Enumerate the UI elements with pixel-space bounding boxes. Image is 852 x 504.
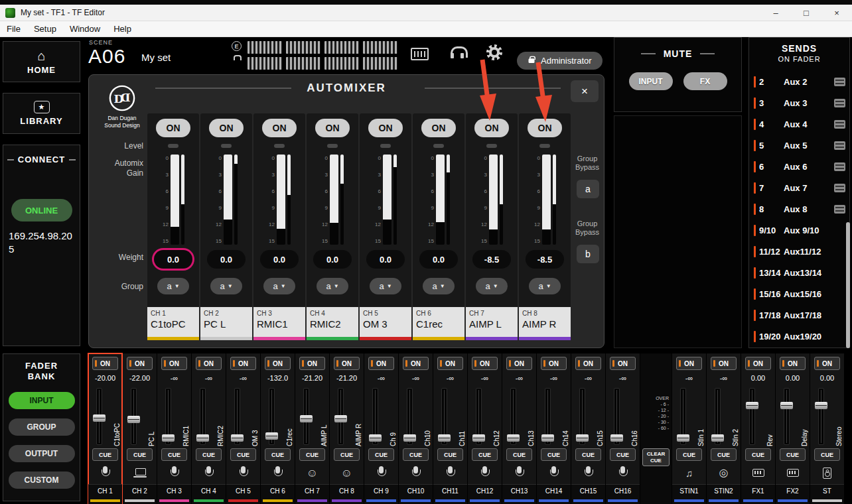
cue-button[interactable]: CUE xyxy=(506,448,532,461)
fader-handle[interactable] xyxy=(507,434,520,442)
channel-tag[interactable]: CH 1 C1toPC xyxy=(147,307,199,340)
fader-handle[interactable] xyxy=(438,434,451,442)
channel-on-button[interactable]: ON xyxy=(265,357,291,370)
fader-track[interactable] xyxy=(338,388,344,445)
channel-on-button[interactable]: ON xyxy=(403,357,429,370)
channel-on-button[interactable]: ON xyxy=(575,357,601,370)
channel-label[interactable]: STIN1 xyxy=(672,484,706,504)
channel-on-button[interactable]: ON xyxy=(780,357,806,370)
weight-value[interactable]: 0.0 xyxy=(419,250,458,269)
cue-button[interactable]: CUE xyxy=(403,448,429,461)
group-select[interactable]: a ▼ xyxy=(157,278,189,294)
connect-panel[interactable]: CONNECT ONLINE 169.254.98.205 xyxy=(3,145,80,346)
keyboard-icon[interactable] xyxy=(411,48,429,60)
weight-value[interactable]: -8.5 xyxy=(526,250,564,269)
fader-handle[interactable] xyxy=(265,432,278,440)
channel-label[interactable]: CH16 xyxy=(606,484,640,504)
cue-button[interactable]: CUE xyxy=(334,448,360,461)
fader-track[interactable] xyxy=(715,388,721,445)
fader-track[interactable] xyxy=(131,388,137,445)
channel-label[interactable]: CH 2 xyxy=(123,484,157,504)
cue-button[interactable]: CUE xyxy=(265,448,291,461)
cue-button[interactable]: CUE xyxy=(368,448,394,461)
cue-button[interactable]: CUE xyxy=(814,448,840,461)
cue-button[interactable]: CUE xyxy=(610,448,636,461)
fader-handle[interactable] xyxy=(334,415,347,422)
channel-label[interactable]: CH13 xyxy=(502,484,536,504)
send-row[interactable]: 6 Aux 6 xyxy=(749,156,849,177)
channel-on-button[interactable]: ON xyxy=(368,357,394,370)
cue-button[interactable]: CUE xyxy=(92,448,118,461)
cue-button[interactable]: CUE xyxy=(161,448,187,461)
cue-button[interactable]: CUE xyxy=(472,448,498,461)
fader-handle[interactable] xyxy=(93,414,106,422)
channel-tag[interactable]: CH 7 AIMP L xyxy=(466,307,518,340)
channel-on-button[interactable]: ON xyxy=(230,357,256,370)
channel-on-button[interactable]: ON xyxy=(437,357,463,370)
fader-track[interactable] xyxy=(476,388,482,445)
channel-on-button[interactable]: ON xyxy=(334,357,360,370)
channel-label[interactable]: CH12 xyxy=(468,484,502,504)
channel-on-button[interactable]: ON xyxy=(127,357,153,370)
weight-value[interactable]: 0.0 xyxy=(154,250,192,269)
channel-label[interactable]: CH11 xyxy=(433,484,467,504)
fader-bank-button[interactable]: OUTPUT xyxy=(9,445,75,462)
channel-label[interactable]: FX2 xyxy=(776,484,810,504)
scene-name[interactable]: My set xyxy=(141,52,171,63)
channel-label[interactable]: CH15 xyxy=(571,484,605,504)
channel-label[interactable]: ST xyxy=(810,484,844,504)
group-bypass-b-button[interactable]: b xyxy=(577,245,599,263)
weight-value[interactable]: -8.5 xyxy=(472,250,511,269)
cue-button[interactable]: CUE xyxy=(299,448,325,461)
channel-label[interactable]: CH 5 xyxy=(226,484,260,504)
clear-cue-button[interactable]: CLEAR CUE xyxy=(642,448,670,466)
group-select[interactable]: a ▼ xyxy=(370,278,401,294)
weight-value[interactable]: 0.0 xyxy=(366,250,405,269)
cue-button[interactable]: CUE xyxy=(230,448,256,461)
send-row[interactable]: 2 Aux 2 xyxy=(749,71,849,92)
automix-on-button[interactable]: ON xyxy=(156,119,190,137)
close-dialog-button[interactable]: × xyxy=(571,80,599,102)
channel-on-button[interactable]: ON xyxy=(745,357,771,370)
channel-label[interactable]: CH 1 xyxy=(88,484,122,504)
channel-on-button[interactable]: ON xyxy=(676,357,702,370)
menu-item[interactable]: Window xyxy=(63,24,107,34)
send-row[interactable]: 19/20 Aux19/20 xyxy=(749,326,849,347)
fader-handle[interactable] xyxy=(746,402,758,409)
send-row[interactable]: 11/12 Aux11/12 xyxy=(749,241,849,262)
channel-on-button[interactable]: ON xyxy=(196,357,222,370)
channel-label[interactable]: CH 9 xyxy=(364,484,398,504)
fader-track[interactable] xyxy=(165,388,171,445)
send-row[interactable]: 9/10 Aux 9/10 xyxy=(749,220,849,241)
send-row[interactable]: 4 Aux 4 xyxy=(749,113,849,135)
cue-button[interactable]: CUE xyxy=(541,448,567,461)
fader-handle[interactable] xyxy=(196,434,209,442)
group-select[interactable]: a ▼ xyxy=(476,278,508,294)
fader-track[interactable] xyxy=(269,388,275,445)
channel-on-button[interactable]: ON xyxy=(711,357,737,370)
channel-on-button[interactable]: ON xyxy=(161,357,187,370)
fader-bank-button[interactable]: GROUP xyxy=(9,418,75,436)
mute-fx-button[interactable]: FX xyxy=(683,72,727,90)
fader-handle[interactable] xyxy=(815,402,827,409)
fader-handle[interactable] xyxy=(711,434,724,442)
cue-button[interactable]: CUE xyxy=(575,448,601,461)
fader-handle[interactable] xyxy=(541,434,554,442)
sidebar-item-library[interactable]: ★ LIBRARY xyxy=(3,93,80,134)
send-row[interactable]: 15/16 Aux15/16 xyxy=(749,283,849,304)
close-window-button[interactable]: × xyxy=(821,5,852,21)
channel-label[interactable]: CH 8 xyxy=(330,484,364,504)
channel-tag[interactable]: CH 2 PC L xyxy=(200,307,252,340)
fader-track[interactable] xyxy=(680,388,686,445)
menu-item[interactable]: Help xyxy=(107,24,138,34)
channel-on-button[interactable]: ON xyxy=(814,357,840,370)
cue-button[interactable]: CUE xyxy=(437,448,463,461)
cue-button[interactable]: CUE xyxy=(780,448,806,461)
fader-handle[interactable] xyxy=(300,415,313,422)
channel-label[interactable]: CH 7 xyxy=(295,484,329,504)
automix-on-button[interactable]: ON xyxy=(209,119,244,137)
fader-handle[interactable] xyxy=(231,434,244,442)
channel-tag[interactable]: CH 8 AIMP R xyxy=(519,307,571,340)
channel-tag[interactable]: CH 4 RMIC2 xyxy=(307,307,358,340)
channel-label[interactable]: CH 4 xyxy=(192,484,226,504)
